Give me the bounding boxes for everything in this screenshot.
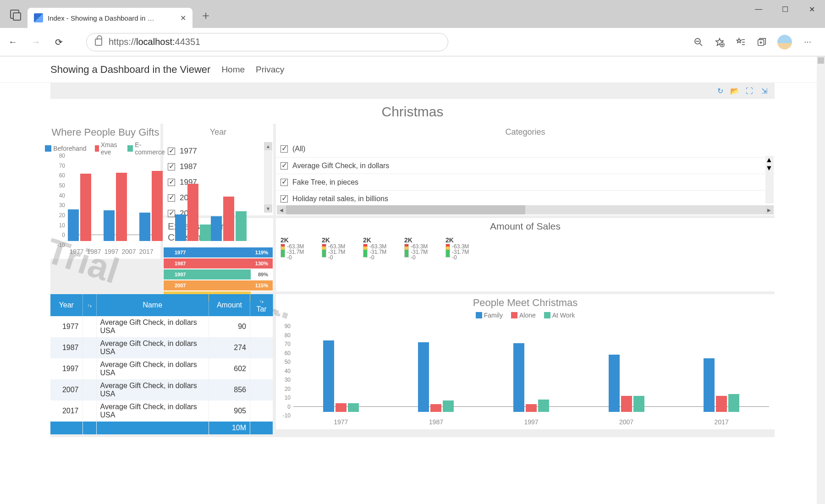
amount-of-sales-panel: Amount of Sales 2K -63.3M-31.7M-0 2K -63… [276, 218, 775, 291]
category-option[interactable]: Fake Tree, in pieces [276, 174, 775, 190]
maximize-button[interactable]: ☐ [772, 0, 798, 18]
chart-legend: Family Alone At Work [276, 309, 775, 322]
collections-icon[interactable] [756, 37, 767, 48]
browser-address-bar: ← → ⟳ https://localhost:44351 ⋯ [0, 28, 825, 56]
where-people-buy-gifts-chart: Where People Buy Gifts Beforehand Xmas e… [50, 124, 160, 259]
checkbox-icon[interactable] [280, 179, 288, 186]
lock-icon [95, 38, 102, 46]
gauge-bar-icon [446, 244, 450, 257]
categories-scrollbar-h[interactable]: ◀ ▶ [277, 205, 774, 214]
gauge-bar-icon [404, 244, 409, 257]
window-controls: — ☐ ✕ [745, 0, 825, 18]
bar-group [175, 156, 211, 245]
close-tab-icon[interactable]: ✕ [180, 14, 186, 22]
open-dashboard-icon[interactable]: 📂 [731, 87, 739, 95]
dashboard-container: ↻ 📂 ⛶ ⇲ Christmas Year 19771987199720072… [50, 83, 775, 437]
col-sort1[interactable]: ↑₁ [82, 294, 96, 316]
more-menu-icon[interactable]: ⋯ [802, 37, 813, 48]
favorite-add-icon[interactable] [714, 37, 725, 48]
dashboard-toolbar: ↻ 📂 ⛶ ⇲ [50, 83, 775, 99]
bar-group [68, 156, 104, 245]
bar-group [704, 326, 739, 416]
bar-group [609, 326, 644, 416]
year-scrollbar[interactable]: ▲ ▼ [264, 142, 272, 213]
bar-group [323, 326, 359, 416]
categories-filter-panel: Categories (All)Average Gift Check, in d… [276, 124, 775, 215]
col-year[interactable]: Year [50, 294, 82, 316]
categories-filter-title: Categories [276, 124, 775, 141]
table-row[interactable]: 2007 Average Gift Check, in dollars USA … [50, 379, 273, 400]
new-tab-button[interactable]: ＋ [200, 7, 212, 23]
sales-gauge: 2K -63.3M-31.7M-0 [363, 236, 391, 260]
chart-title: Where People Buy Gifts [50, 124, 160, 138]
scroll-left-icon[interactable]: ◀ [277, 205, 286, 214]
checkbox-icon[interactable] [280, 195, 288, 203]
table-row[interactable]: 2017 Average Gift Check, in dollars USA … [50, 400, 273, 422]
browser-tab[interactable]: Index - Showing a Dashboard in … ✕ [28, 8, 192, 28]
categories-scrollbar-v[interactable]: ▲ ▼ [765, 156, 774, 203]
export-icon[interactable]: ⇲ [760, 87, 768, 95]
col-target[interactable]: ↑₂ Tar [250, 294, 273, 316]
fullscreen-icon[interactable]: ⛶ [745, 87, 754, 95]
favorites-list-icon[interactable] [735, 37, 746, 48]
site-header: Showing a Dashboard in the Viewer Home P… [0, 56, 825, 83]
scroll-up-icon[interactable]: ▲ [264, 142, 272, 150]
tab-title: Index - Showing a Dashboard in … [48, 14, 176, 22]
data-table-panel: Year ↑₁ Name Amount ↑₂ Tar 1977 Average … [50, 294, 273, 434]
sales-gauge: 2K -63.3M-31.7M-0 [446, 236, 474, 260]
nav-home-link[interactable]: Home [221, 65, 245, 75]
expense-bar: 1987130% [164, 258, 273, 268]
site-favicon-icon [34, 13, 43, 22]
sales-title: Amount of Sales [276, 218, 775, 235]
svg-marker-7 [737, 38, 741, 43]
bar-group [211, 156, 247, 245]
checkbox-icon[interactable] [280, 145, 288, 153]
category-all[interactable]: (All) [276, 141, 775, 157]
expense-bar: 199789% [164, 269, 273, 279]
table-row[interactable]: 1987 Average Gift Check, in dollars USA … [50, 337, 273, 358]
refresh-button[interactable]: ⟳ [50, 33, 68, 51]
scroll-down-icon[interactable]: ▼ [765, 164, 774, 172]
page-scrollbar[interactable] [817, 56, 825, 504]
expense-bar: 2007115% [164, 280, 273, 290]
category-option[interactable]: Average Gift Check, in dollars [276, 157, 775, 174]
nav-privacy-link[interactable]: Privacy [256, 65, 284, 75]
bar-group [418, 326, 454, 416]
table-row[interactable]: 1977 Average Gift Check, in dollars USA … [50, 316, 273, 337]
table-footer-row[interactable]: 10M [50, 422, 273, 434]
site-title: Showing a Dashboard in the Viewer [50, 64, 210, 76]
expense-bar: 1977119% [164, 247, 273, 257]
profile-avatar[interactable] [777, 35, 792, 49]
gauge-bar-icon [322, 244, 326, 257]
checkbox-icon[interactable] [168, 148, 175, 155]
sales-gauge: 2K -63.3M-31.7M-0 [322, 236, 350, 260]
scroll-right-icon[interactable]: ▶ [764, 205, 774, 214]
table-row[interactable]: 1997 Average Gift Check, in dollars USA … [50, 358, 273, 379]
bar-group [139, 156, 175, 245]
close-window-button[interactable]: ✕ [798, 0, 825, 18]
data-table: Year ↑₁ Name Amount ↑₂ Tar 1977 Average … [50, 294, 273, 434]
year-filter-title: Year [163, 124, 273, 141]
gauge-bar-icon [363, 244, 368, 257]
scroll-down-icon[interactable]: ▼ [264, 204, 272, 213]
svg-line-2 [700, 44, 702, 46]
back-button[interactable]: ← [4, 33, 22, 51]
sales-gauge: 2K -63.3M-31.7M-0 [404, 236, 433, 260]
browser-tab-strip: Index - Showing a Dashboard in … ✕ ＋ — ☐… [0, 0, 825, 28]
refresh-dashboard-icon[interactable]: ↻ [716, 87, 724, 95]
page-viewport: Showing a Dashboard in the Viewer Home P… [0, 56, 825, 504]
checkbox-icon[interactable] [280, 162, 288, 170]
dashboard-title: Christmas [50, 99, 775, 124]
zoom-out-icon[interactable] [693, 37, 704, 48]
minimize-button[interactable]: — [745, 0, 772, 18]
category-option[interactable]: Holiday retail sales, in billions [276, 190, 775, 207]
col-amount[interactable]: Amount [209, 294, 250, 316]
tab-actions-icon[interactable] [10, 10, 19, 19]
people-meet-christmas-chart: People Meet Christmas Family Alone At Wo… [276, 294, 775, 429]
forward-button: → [27, 33, 45, 51]
col-name[interactable]: Name [96, 294, 209, 316]
bar-group [513, 326, 549, 416]
url-input[interactable]: https://localhost:44351 [86, 33, 448, 51]
sales-gauge: 2K -63.3M-31.7M-0 [280, 236, 309, 260]
scroll-up-icon[interactable]: ▲ [765, 156, 774, 164]
